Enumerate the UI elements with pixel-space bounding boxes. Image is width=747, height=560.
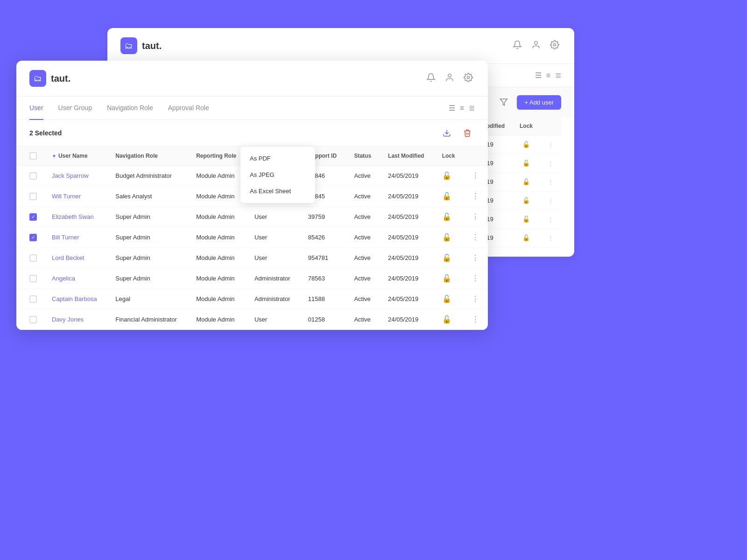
more-menu-4[interactable]: ⋮ xyxy=(472,254,479,262)
main-tab-user[interactable]: User xyxy=(29,97,43,120)
row-checkbox-4[interactable] xyxy=(29,254,37,262)
settings-icon[interactable] xyxy=(550,40,561,51)
lock-icon-3[interactable]: 🔓 xyxy=(435,227,464,248)
main-logo-icon: 🗂 xyxy=(29,70,46,87)
report-role-6: Module Admin xyxy=(189,289,247,309)
bg-more-1[interactable]: ⋮ xyxy=(548,141,554,148)
export-excel-item[interactable]: As Excel Sheet xyxy=(240,183,315,199)
main-settings-icon[interactable] xyxy=(464,73,475,84)
row-checkbox-0[interactable] xyxy=(29,172,37,180)
status-6: Active xyxy=(346,289,381,309)
lock-icon-0[interactable]: 🔓 xyxy=(435,166,464,186)
more-menu-1[interactable]: ⋮ xyxy=(472,192,479,200)
modified-4: 24/05/2019 xyxy=(381,248,435,268)
col-nav-role[interactable]: Navigation Role xyxy=(108,147,189,166)
support-role-4: User xyxy=(247,248,301,268)
bg-more-4[interactable]: ⋮ xyxy=(548,197,554,204)
report-role-7: Module Admin xyxy=(189,309,247,330)
support-role-3: User xyxy=(247,227,301,248)
svg-point-0 xyxy=(554,44,556,46)
lock-icon-5[interactable]: 🔓 xyxy=(435,268,464,289)
export-jpeg-item[interactable]: As JPEG xyxy=(240,167,315,183)
filter-button[interactable] xyxy=(496,95,511,110)
modified-1: 24/05/2019 xyxy=(381,186,435,207)
report-role-5: Module Admin xyxy=(189,268,247,289)
main-view-menu-icon[interactable]: ≣ xyxy=(469,104,475,112)
row-checkbox-1[interactable] xyxy=(29,193,37,200)
main-tab-approval-role[interactable]: Approval Role xyxy=(168,97,209,120)
user-name-link-7[interactable]: Davy Jones xyxy=(52,316,84,323)
modified-2: 24/05/2019 xyxy=(381,207,435,227)
row-checkbox-3[interactable] xyxy=(29,234,37,241)
support-role-2: User xyxy=(247,207,301,227)
support-role-6: Administrator xyxy=(247,289,301,309)
view-compact-icon[interactable]: ≡ xyxy=(546,71,550,80)
main-logo-text: taut. xyxy=(51,73,70,84)
main-user-icon[interactable] xyxy=(445,73,456,84)
main-view-list-icon[interactable]: ☰ xyxy=(449,104,455,112)
status-3: Active xyxy=(346,227,381,248)
notification-icon[interactable] xyxy=(513,40,524,51)
lock-icon-6[interactable]: 🔓 xyxy=(435,289,464,309)
more-menu-7[interactable]: ⋮ xyxy=(472,315,479,323)
col-modified[interactable]: Last Modified xyxy=(381,147,435,166)
user-name-link-0[interactable]: Jack Sparrow xyxy=(52,172,89,179)
more-menu-2[interactable]: ⋮ xyxy=(472,213,479,221)
status-4: Active xyxy=(346,248,381,268)
bg-lock-4[interactable]: 🔓 xyxy=(512,191,540,210)
bg-more-5[interactable]: ⋮ xyxy=(548,216,554,223)
more-menu-0[interactable]: ⋮ xyxy=(472,172,479,180)
bg-more-6[interactable]: ⋮ xyxy=(548,234,554,241)
user-icon[interactable] xyxy=(531,40,543,51)
status-1: Active xyxy=(346,186,381,207)
status-0: Active xyxy=(346,166,381,186)
main-tab-navigation-role[interactable]: Navigation Role xyxy=(107,97,153,120)
logo-area: 🗂 taut. xyxy=(120,37,162,54)
main-notification-icon[interactable] xyxy=(426,73,437,84)
bg-lock-1[interactable]: 🔓 xyxy=(512,135,540,154)
view-list-icon[interactable]: ☰ xyxy=(535,71,542,80)
report-role-1: Module Admin xyxy=(189,186,247,207)
bg-lock-6[interactable]: 🔓 xyxy=(512,229,540,247)
user-name-link-5[interactable]: Angelica xyxy=(52,275,75,282)
more-menu-5[interactable]: ⋮ xyxy=(472,274,479,282)
status-2: Active xyxy=(346,207,381,227)
more-menu-3[interactable]: ⋮ xyxy=(472,233,479,241)
col-username[interactable]: ▼ User Name xyxy=(44,147,108,166)
export-button[interactable] xyxy=(439,126,454,140)
bg-lock-5[interactable]: 🔓 xyxy=(512,210,540,229)
table-row: Captain Barbosa Legal Module Admin Admin… xyxy=(16,289,488,309)
delete-button[interactable] xyxy=(460,126,475,140)
row-checkbox-5[interactable] xyxy=(29,275,37,282)
col-status[interactable]: Status xyxy=(346,147,381,166)
row-checkbox-2[interactable] xyxy=(29,213,37,221)
select-all-checkbox[interactable] xyxy=(29,152,37,160)
row-checkbox-7[interactable] xyxy=(29,316,37,323)
row-checkbox-6[interactable] xyxy=(29,295,37,303)
user-name-link-3[interactable]: Bill Turner xyxy=(52,234,79,241)
main-tab-user-group[interactable]: User Group xyxy=(58,97,92,120)
bg-more-2[interactable]: ⋮ xyxy=(548,160,554,167)
bg-lock-2[interactable]: 🔓 xyxy=(512,154,540,173)
lock-icon-2[interactable]: 🔓 xyxy=(435,207,464,227)
svg-marker-2 xyxy=(500,99,507,105)
lock-icon-7[interactable]: 🔓 xyxy=(435,309,464,330)
lock-icon-4[interactable]: 🔓 xyxy=(435,248,464,268)
bg-more-3[interactable]: ⋮ xyxy=(548,178,554,185)
main-view-compact-icon[interactable]: ≡ xyxy=(460,104,464,112)
user-name-link-2[interactable]: Elizabeth Swan xyxy=(52,213,94,220)
modified-5: 24/05/2019 xyxy=(381,268,435,289)
nav-role-7: Financial Administrator xyxy=(108,309,189,330)
user-name-link-6[interactable]: Captain Barbosa xyxy=(52,295,97,302)
add-user-button[interactable]: + Add user xyxy=(517,95,561,110)
bg-lock-3[interactable]: 🔓 xyxy=(512,173,540,191)
support-id-2: 39759 xyxy=(301,207,347,227)
selected-count: 2 Selected xyxy=(29,129,62,137)
user-name-link-4[interactable]: Lord Becket xyxy=(52,254,84,261)
user-name-link-1[interactable]: Will Turner xyxy=(52,193,81,200)
export-pdf-item[interactable]: As PDF xyxy=(240,150,315,167)
lock-icon-1[interactable]: 🔓 xyxy=(435,186,464,207)
view-menu-icon[interactable]: ≣ xyxy=(555,71,561,80)
more-menu-6[interactable]: ⋮ xyxy=(472,295,479,303)
col-report-role[interactable]: Reporting Role xyxy=(189,147,247,166)
